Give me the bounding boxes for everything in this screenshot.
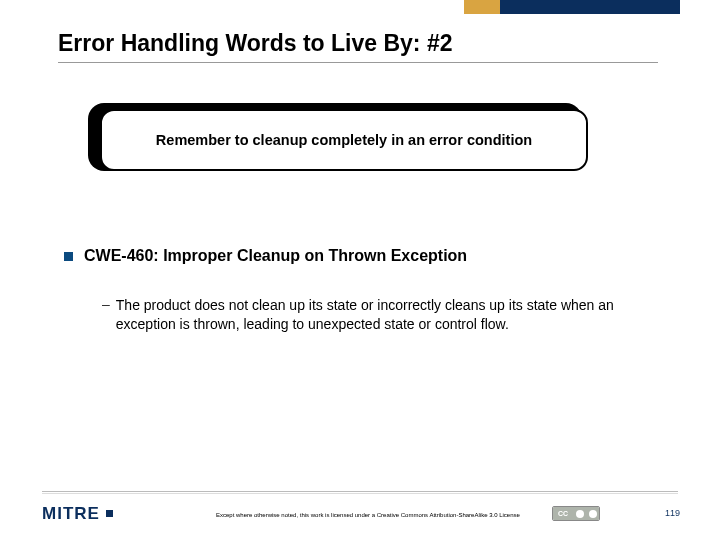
title-underline [58,62,658,63]
footer-divider [42,491,678,492]
footer-divider-light [42,493,678,494]
cc-icons [573,507,599,520]
logo-square-icon [106,510,113,517]
accent-navy [500,0,680,14]
callout-text: Remember to cleanup completely in an err… [156,132,532,148]
license-text: Except where otherwise noted, this work … [216,512,520,518]
cc-license-badge: CC [552,506,600,521]
top-accent-bar [464,0,680,14]
cc-label: CC [553,507,573,520]
slide-title: Error Handling Words to Live By: #2 [58,30,452,57]
cc-sa-icon [589,510,597,518]
sub-bullet-item: – The product does not clean up its stat… [102,296,658,334]
square-bullet-icon [64,252,73,261]
logo-text: MITRE [42,504,100,523]
cc-by-icon [576,510,584,518]
accent-gold [464,0,500,14]
bullet-item: CWE-460: Improper Cleanup on Thrown Exce… [64,247,467,265]
sub-bullet-text: The product does not clean up its state … [116,296,658,334]
mitre-logo: MITRE [42,504,114,524]
dash-bullet-icon: – [102,296,110,312]
callout-front: Remember to cleanup completely in an err… [100,109,588,171]
callout-box: Remember to cleanup completely in an err… [88,103,588,177]
page-number: 119 [665,508,680,518]
bullet-text: CWE-460: Improper Cleanup on Thrown Exce… [84,247,467,265]
